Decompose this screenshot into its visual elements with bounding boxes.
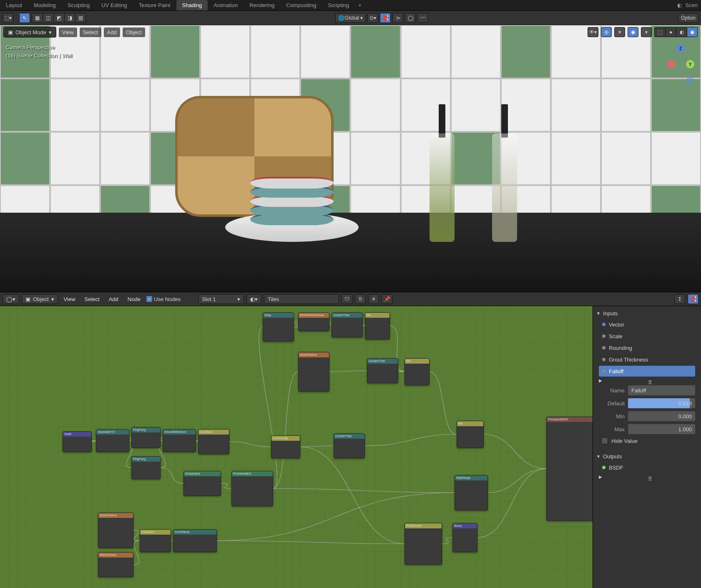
socket-grout-thickness[interactable]: Grout Thickness bbox=[599, 354, 695, 365]
snap-mode-icon[interactable]: ⟟▾ bbox=[392, 13, 403, 23]
new-material-icon[interactable]: ⎘ bbox=[355, 294, 366, 304]
ne-menu-view[interactable]: View bbox=[60, 294, 79, 304]
xray-dd-icon[interactable]: ▾ bbox=[641, 27, 652, 37]
overlay-toggle-icon[interactable]: ◎ bbox=[601, 27, 612, 37]
socket-scale[interactable]: Scale bbox=[599, 331, 695, 342]
select-lasso-icon[interactable]: ◩ bbox=[53, 13, 64, 23]
node-smin[interactable]: SmoothMinimum bbox=[163, 429, 196, 452]
shading-render-icon[interactable]: ◉ bbox=[687, 27, 698, 37]
node-mix2[interactable]: Mix bbox=[405, 358, 430, 385]
node-cr[interactable]: ColorRamp bbox=[173, 529, 217, 552]
axis-x-icon[interactable] bbox=[667, 60, 675, 68]
add-workspace-icon[interactable]: + bbox=[355, 2, 365, 8]
menu-view[interactable]: View bbox=[59, 28, 77, 37]
socket-bsdf[interactable]: BSDF bbox=[599, 462, 695, 473]
workspace-tab-animation[interactable]: Animation bbox=[208, 0, 244, 10]
menu-object[interactable]: Object bbox=[123, 28, 145, 37]
socket-falloff[interactable]: Falloff bbox=[599, 366, 695, 377]
node-context[interactable]: ▣ Object ▾ bbox=[22, 294, 58, 304]
select-extra-icon[interactable]: ▥ bbox=[75, 13, 86, 23]
node-cburn[interactable]: ColorBurn bbox=[198, 429, 229, 454]
node-cdodge[interactable]: ColorDodge bbox=[271, 435, 300, 458]
workspace-tab-layout[interactable]: Layout bbox=[0, 0, 28, 10]
cursor-icon[interactable]: ↖ bbox=[19, 13, 30, 23]
node-bsdf[interactable]: PrincipledBSDF bbox=[546, 417, 593, 521]
node-noise[interactable]: NoiseTexture bbox=[298, 352, 329, 392]
prop-falloff-icon[interactable]: 〰 bbox=[417, 13, 428, 23]
node-gt3[interactable]: GreaterThan bbox=[334, 433, 365, 458]
prop-edit-icon[interactable]: ◯ bbox=[405, 13, 416, 23]
node-maprng[interactable]: MapRange bbox=[455, 475, 488, 510]
node-grpin[interactable]: GroupInput bbox=[183, 471, 221, 496]
select-circle-icon[interactable]: ◫ bbox=[43, 13, 53, 23]
overlay-dd-icon[interactable]: ▾ bbox=[614, 27, 625, 37]
node-snap[interactable]: Snap bbox=[263, 312, 294, 342]
pin-icon[interactable]: 📌 bbox=[382, 294, 392, 304]
ne-menu-node[interactable]: Node bbox=[124, 294, 144, 304]
grip-icon[interactable]: ⠿ bbox=[648, 379, 652, 382]
fake-user-icon[interactable]: 🛡 bbox=[342, 294, 352, 304]
viewport-3d[interactable]: ▣ Object Mode ▾ View Select Add Object 👁… bbox=[0, 25, 701, 292]
use-nodes-toggle[interactable]: ✓ Use Nodes bbox=[146, 296, 181, 302]
prop-max-field[interactable]: 1.000 bbox=[628, 424, 695, 434]
transform-orientation[interactable]: 🌐 Global ▾ bbox=[335, 13, 366, 23]
node-wave[interactable]: WaveTexture bbox=[98, 552, 133, 577]
node-pp1[interactable]: PingPong bbox=[131, 427, 161, 448]
menu-select[interactable]: Select bbox=[80, 28, 101, 37]
inputs-header[interactable]: ▼ Inputs bbox=[596, 309, 698, 318]
pivot-icon[interactable]: ⊙▾ bbox=[367, 13, 378, 23]
node-procuv[interactable]: ProceduralUV bbox=[231, 471, 273, 506]
prop-default-field[interactable]: 0.918 bbox=[628, 398, 695, 408]
material-browse-icon[interactable]: ◐▾ bbox=[246, 294, 261, 304]
prop-min-field[interactable]: 0.000 bbox=[628, 411, 695, 421]
node-scale[interactable]: Scale bbox=[63, 431, 92, 452]
axis-z-icon[interactable]: Z bbox=[676, 44, 685, 53]
xray-toggle-icon[interactable]: ◉ bbox=[628, 27, 638, 37]
snap-node-icon[interactable]: 🧲 bbox=[688, 294, 698, 304]
options-button[interactable]: Option bbox=[678, 13, 698, 23]
workspace-tab-rendering[interactable]: Rendering bbox=[244, 0, 280, 10]
prop-name-field[interactable]: Falloff bbox=[628, 385, 695, 395]
socket-rounding[interactable]: Rounding bbox=[599, 342, 695, 353]
node-rgbcurve[interactable]: RGBCurves bbox=[405, 523, 442, 565]
shading-solid-icon[interactable]: ● bbox=[665, 27, 676, 37]
expand-icon[interactable]: ▶ bbox=[599, 378, 602, 383]
snap-toggle-icon[interactable]: 🧲 bbox=[380, 13, 391, 23]
material-name-field[interactable]: Tiles bbox=[264, 294, 339, 304]
grip-icon[interactable]: ⠿ bbox=[648, 476, 652, 478]
workspace-tab-modeling[interactable]: Modeling bbox=[28, 0, 62, 10]
shading-matprev-icon[interactable]: ◐ bbox=[676, 27, 687, 37]
workspace-tab-compositing[interactable]: Compositing bbox=[280, 0, 322, 10]
select-box-icon[interactable]: ▦ bbox=[32, 13, 43, 23]
node-canvas[interactable]: Tiles/Tiles ScaleSeparateXYZPingPongPing… bbox=[0, 306, 593, 588]
workspace-tab-texture-paint[interactable]: Texture Paint bbox=[133, 0, 176, 10]
workspace-tab-uv-editing[interactable]: UV Editing bbox=[95, 0, 133, 10]
nav-gizmo[interactable]: Z Y bbox=[666, 44, 695, 94]
select-tweak-icon[interactable]: ◨ bbox=[64, 13, 75, 23]
axis-neg-icon[interactable] bbox=[686, 77, 694, 85]
expand-icon[interactable]: ▶ bbox=[599, 475, 602, 479]
socket-vector[interactable]: Vector bbox=[599, 319, 695, 330]
node-sepxyz[interactable]: SeparateXYZ bbox=[96, 429, 129, 452]
unlink-icon[interactable]: ✕ bbox=[368, 294, 379, 304]
axis-y-icon[interactable]: Y bbox=[686, 60, 694, 68]
node-wn[interactable]: WhiteNoiseTexture bbox=[298, 312, 329, 331]
workspace-tab-sculpting[interactable]: Sculpting bbox=[62, 0, 95, 10]
node-pp2[interactable]: PingPong bbox=[131, 456, 161, 479]
ne-menu-add[interactable]: Add bbox=[106, 294, 122, 304]
auto-smooth-icon[interactable]: ◐ bbox=[677, 2, 682, 8]
outputs-header[interactable]: ▼ Outputs bbox=[596, 452, 698, 461]
view-gizmo-icon[interactable]: 👁▾ bbox=[588, 27, 598, 37]
node-gt1[interactable]: GreaterThan bbox=[332, 312, 363, 337]
mode-dropdown[interactable]: ▣ Object Mode ▾ bbox=[3, 27, 56, 38]
node-bump[interactable]: Bump bbox=[452, 523, 477, 552]
menu-add[interactable]: Add bbox=[104, 28, 120, 37]
editor-type-icon[interactable]: ⬚▾ bbox=[3, 13, 13, 23]
node-editor-type[interactable]: ◯▾ bbox=[3, 294, 19, 304]
node-noise2[interactable]: NoiseTexture bbox=[98, 513, 133, 548]
node-gt2[interactable]: GreaterThan bbox=[367, 358, 398, 383]
node-mix3[interactable]: Mix bbox=[457, 421, 484, 448]
parent-node-icon[interactable]: ↥ bbox=[674, 294, 685, 304]
hide-value-toggle[interactable]: Hide Value bbox=[601, 437, 693, 444]
slot-dropdown[interactable]: Slot 1▾ bbox=[198, 294, 244, 304]
